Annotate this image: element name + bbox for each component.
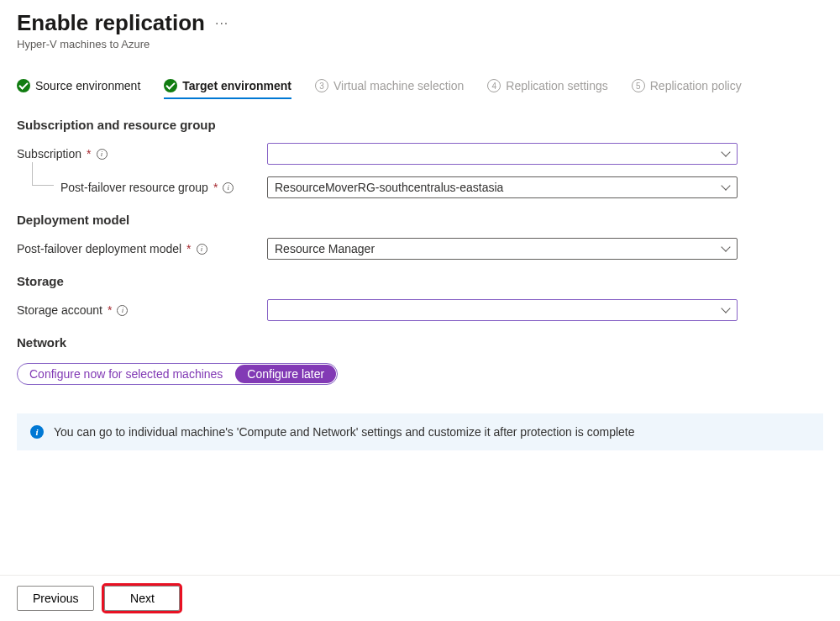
label-storage-account: Storage account	[17, 303, 102, 317]
page-title: Enable replication	[17, 10, 205, 36]
toggle-configure-later[interactable]: Configure later	[235, 365, 336, 383]
dropdown-storage-account[interactable]	[267, 299, 738, 321]
row-storage-account: Storage account * i	[17, 298, 823, 322]
required-asterisk: *	[87, 147, 91, 161]
previous-button[interactable]: Previous	[17, 586, 94, 611]
step-source-environment[interactable]: Source environment	[17, 79, 140, 99]
label-subscription: Subscription	[17, 147, 81, 161]
row-subscription: Subscription * i	[17, 142, 823, 166]
toggle-configure-now[interactable]: Configure now for selected machines	[18, 364, 234, 384]
step-number-icon: 3	[315, 79, 328, 92]
step-label: Replication policy	[650, 79, 742, 92]
page-subtitle: Hyper-V machines to Azure	[17, 38, 823, 50]
step-label: Target environment	[182, 79, 291, 92]
step-replication-settings[interactable]: 4 Replication settings	[487, 79, 607, 99]
dropdown-value: Resource Manager	[275, 242, 375, 255]
section-heading-storage: Storage	[17, 274, 823, 288]
info-icon[interactable]: i	[197, 244, 207, 255]
footer-actions: Previous Next	[0, 575, 840, 621]
wizard-steps: Source environment Target environment 3 …	[0, 50, 840, 99]
section-heading-subrg: Subscription and resource group	[17, 118, 823, 132]
more-icon[interactable]: ···	[215, 16, 228, 31]
dropdown-value: ResourceMoverRG-southcentralus-eastasia	[275, 181, 503, 194]
network-toggle: Configure now for selected machines Conf…	[17, 363, 338, 385]
info-icon[interactable]: i	[97, 149, 108, 160]
next-button[interactable]: Next	[104, 586, 180, 611]
dropdown-subscription[interactable]	[267, 143, 738, 165]
step-label: Replication settings	[506, 79, 607, 92]
section-heading-network: Network	[17, 335, 823, 350]
chevron-down-icon	[722, 245, 730, 253]
info-icon[interactable]: i	[223, 182, 234, 193]
step-number-icon: 4	[487, 79, 501, 92]
info-box: i You can go to individual machine's 'Co…	[17, 413, 823, 450]
row-resource-group: Post-failover resource group * i Resourc…	[17, 176, 823, 199]
info-icon[interactable]: i	[117, 305, 128, 316]
dropdown-resource-group[interactable]: ResourceMoverRG-southcentralus-eastasia	[267, 176, 738, 198]
indent-connector	[32, 162, 54, 186]
section-heading-deploy: Deployment model	[17, 213, 823, 227]
page-header: Enable replication ··· Hyper-V machines …	[0, 0, 840, 50]
step-number-icon: 5	[632, 79, 645, 92]
chevron-down-icon	[722, 306, 730, 314]
checkmark-icon	[17, 79, 30, 92]
label-resource-group: Post-failover resource group	[60, 181, 208, 194]
step-label: Source environment	[35, 79, 140, 92]
form-area: Subscription and resource group Subscrip…	[0, 99, 840, 450]
step-vm-selection[interactable]: 3 Virtual machine selection	[315, 79, 464, 99]
row-deployment-model: Post-failover deployment model * i Resou…	[17, 237, 823, 261]
chevron-down-icon	[722, 183, 730, 192]
info-icon: i	[30, 425, 44, 439]
required-asterisk: *	[186, 242, 191, 255]
checkmark-icon	[164, 79, 177, 92]
info-box-text: You can go to individual machine's 'Comp…	[54, 425, 635, 439]
step-label: Virtual machine selection	[333, 79, 464, 92]
step-replication-policy[interactable]: 5 Replication policy	[632, 79, 742, 99]
step-target-environment[interactable]: Target environment	[164, 79, 291, 99]
label-deployment-model: Post-failover deployment model	[17, 242, 181, 255]
required-asterisk: *	[108, 303, 112, 317]
chevron-down-icon	[722, 150, 730, 158]
required-asterisk: *	[213, 181, 218, 194]
dropdown-deployment-model[interactable]: Resource Manager	[267, 238, 738, 260]
